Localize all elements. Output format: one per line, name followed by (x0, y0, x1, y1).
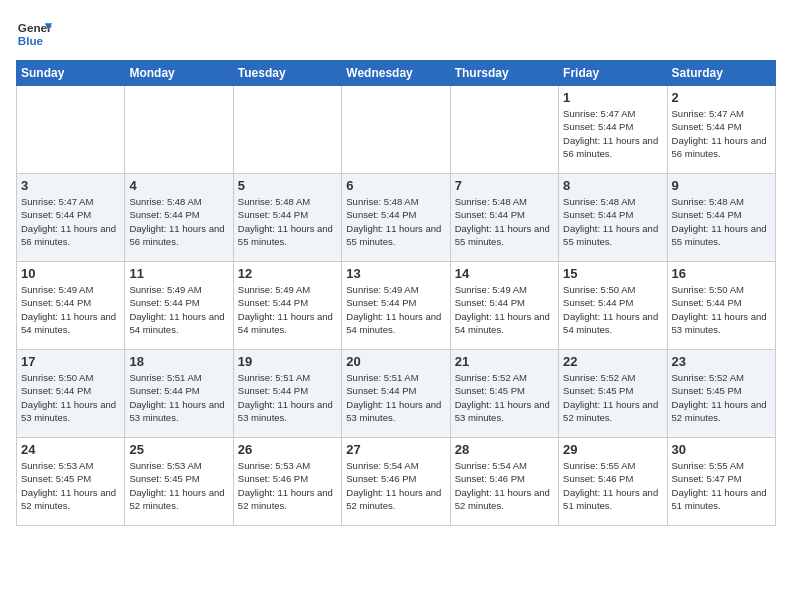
calendar-cell (125, 86, 233, 174)
day-number: 14 (455, 266, 554, 281)
day-number: 9 (672, 178, 771, 193)
day-number: 1 (563, 90, 662, 105)
calendar-table: SundayMondayTuesdayWednesdayThursdayFrid… (16, 60, 776, 526)
day-number: 26 (238, 442, 337, 457)
calendar-cell: 22Sunrise: 5:52 AM Sunset: 5:45 PM Dayli… (559, 350, 667, 438)
day-info: Sunrise: 5:48 AM Sunset: 5:44 PM Dayligh… (238, 195, 337, 248)
day-number: 4 (129, 178, 228, 193)
day-info: Sunrise: 5:49 AM Sunset: 5:44 PM Dayligh… (346, 283, 445, 336)
svg-text:Blue: Blue (18, 34, 44, 47)
calendar-cell: 29Sunrise: 5:55 AM Sunset: 5:46 PM Dayli… (559, 438, 667, 526)
day-info: Sunrise: 5:50 AM Sunset: 5:44 PM Dayligh… (563, 283, 662, 336)
day-number: 15 (563, 266, 662, 281)
day-number: 22 (563, 354, 662, 369)
day-info: Sunrise: 5:52 AM Sunset: 5:45 PM Dayligh… (455, 371, 554, 424)
col-header-friday: Friday (559, 61, 667, 86)
day-info: Sunrise: 5:49 AM Sunset: 5:44 PM Dayligh… (21, 283, 120, 336)
col-header-wednesday: Wednesday (342, 61, 450, 86)
calendar-cell: 11Sunrise: 5:49 AM Sunset: 5:44 PM Dayli… (125, 262, 233, 350)
calendar-cell (342, 86, 450, 174)
day-info: Sunrise: 5:48 AM Sunset: 5:44 PM Dayligh… (563, 195, 662, 248)
day-number: 7 (455, 178, 554, 193)
calendar-cell: 10Sunrise: 5:49 AM Sunset: 5:44 PM Dayli… (17, 262, 125, 350)
day-info: Sunrise: 5:48 AM Sunset: 5:44 PM Dayligh… (455, 195, 554, 248)
day-number: 20 (346, 354, 445, 369)
calendar-cell: 12Sunrise: 5:49 AM Sunset: 5:44 PM Dayli… (233, 262, 341, 350)
calendar-cell: 19Sunrise: 5:51 AM Sunset: 5:44 PM Dayli… (233, 350, 341, 438)
calendar-cell: 1Sunrise: 5:47 AM Sunset: 5:44 PM Daylig… (559, 86, 667, 174)
day-info: Sunrise: 5:48 AM Sunset: 5:44 PM Dayligh… (672, 195, 771, 248)
calendar-cell: 7Sunrise: 5:48 AM Sunset: 5:44 PM Daylig… (450, 174, 558, 262)
day-info: Sunrise: 5:51 AM Sunset: 5:44 PM Dayligh… (238, 371, 337, 424)
svg-text:General: General (18, 21, 52, 34)
day-number: 21 (455, 354, 554, 369)
day-info: Sunrise: 5:53 AM Sunset: 5:46 PM Dayligh… (238, 459, 337, 512)
calendar-cell: 18Sunrise: 5:51 AM Sunset: 5:44 PM Dayli… (125, 350, 233, 438)
col-header-thursday: Thursday (450, 61, 558, 86)
day-number: 29 (563, 442, 662, 457)
col-header-tuesday: Tuesday (233, 61, 341, 86)
day-info: Sunrise: 5:52 AM Sunset: 5:45 PM Dayligh… (563, 371, 662, 424)
day-info: Sunrise: 5:50 AM Sunset: 5:44 PM Dayligh… (21, 371, 120, 424)
day-info: Sunrise: 5:52 AM Sunset: 5:45 PM Dayligh… (672, 371, 771, 424)
calendar-cell: 24Sunrise: 5:53 AM Sunset: 5:45 PM Dayli… (17, 438, 125, 526)
day-number: 27 (346, 442, 445, 457)
day-info: Sunrise: 5:48 AM Sunset: 5:44 PM Dayligh… (346, 195, 445, 248)
day-number: 3 (21, 178, 120, 193)
day-info: Sunrise: 5:55 AM Sunset: 5:46 PM Dayligh… (563, 459, 662, 512)
day-info: Sunrise: 5:54 AM Sunset: 5:46 PM Dayligh… (455, 459, 554, 512)
logo-icon: General Blue (16, 16, 52, 52)
calendar-cell: 17Sunrise: 5:50 AM Sunset: 5:44 PM Dayli… (17, 350, 125, 438)
day-number: 6 (346, 178, 445, 193)
calendar-cell: 25Sunrise: 5:53 AM Sunset: 5:45 PM Dayli… (125, 438, 233, 526)
calendar-cell: 23Sunrise: 5:52 AM Sunset: 5:45 PM Dayli… (667, 350, 775, 438)
day-number: 18 (129, 354, 228, 369)
day-number: 28 (455, 442, 554, 457)
calendar-cell: 20Sunrise: 5:51 AM Sunset: 5:44 PM Dayli… (342, 350, 450, 438)
calendar-cell: 9Sunrise: 5:48 AM Sunset: 5:44 PM Daylig… (667, 174, 775, 262)
day-number: 5 (238, 178, 337, 193)
day-info: Sunrise: 5:49 AM Sunset: 5:44 PM Dayligh… (129, 283, 228, 336)
calendar-cell: 4Sunrise: 5:48 AM Sunset: 5:44 PM Daylig… (125, 174, 233, 262)
day-info: Sunrise: 5:53 AM Sunset: 5:45 PM Dayligh… (129, 459, 228, 512)
col-header-saturday: Saturday (667, 61, 775, 86)
day-info: Sunrise: 5:49 AM Sunset: 5:44 PM Dayligh… (455, 283, 554, 336)
day-number: 11 (129, 266, 228, 281)
day-number: 17 (21, 354, 120, 369)
day-info: Sunrise: 5:48 AM Sunset: 5:44 PM Dayligh… (129, 195, 228, 248)
day-number: 16 (672, 266, 771, 281)
day-info: Sunrise: 5:49 AM Sunset: 5:44 PM Dayligh… (238, 283, 337, 336)
calendar-cell: 8Sunrise: 5:48 AM Sunset: 5:44 PM Daylig… (559, 174, 667, 262)
day-info: Sunrise: 5:54 AM Sunset: 5:46 PM Dayligh… (346, 459, 445, 512)
day-number: 25 (129, 442, 228, 457)
calendar-cell: 5Sunrise: 5:48 AM Sunset: 5:44 PM Daylig… (233, 174, 341, 262)
day-number: 10 (21, 266, 120, 281)
calendar-cell: 28Sunrise: 5:54 AM Sunset: 5:46 PM Dayli… (450, 438, 558, 526)
calendar-cell: 13Sunrise: 5:49 AM Sunset: 5:44 PM Dayli… (342, 262, 450, 350)
calendar-cell: 3Sunrise: 5:47 AM Sunset: 5:44 PM Daylig… (17, 174, 125, 262)
calendar-cell: 6Sunrise: 5:48 AM Sunset: 5:44 PM Daylig… (342, 174, 450, 262)
day-info: Sunrise: 5:55 AM Sunset: 5:47 PM Dayligh… (672, 459, 771, 512)
calendar-cell: 2Sunrise: 5:47 AM Sunset: 5:44 PM Daylig… (667, 86, 775, 174)
day-number: 23 (672, 354, 771, 369)
day-number: 19 (238, 354, 337, 369)
day-info: Sunrise: 5:47 AM Sunset: 5:44 PM Dayligh… (672, 107, 771, 160)
day-number: 2 (672, 90, 771, 105)
day-number: 24 (21, 442, 120, 457)
day-number: 30 (672, 442, 771, 457)
calendar-cell: 21Sunrise: 5:52 AM Sunset: 5:45 PM Dayli… (450, 350, 558, 438)
day-info: Sunrise: 5:47 AM Sunset: 5:44 PM Dayligh… (563, 107, 662, 160)
calendar-cell: 15Sunrise: 5:50 AM Sunset: 5:44 PM Dayli… (559, 262, 667, 350)
day-info: Sunrise: 5:51 AM Sunset: 5:44 PM Dayligh… (346, 371, 445, 424)
calendar-cell: 30Sunrise: 5:55 AM Sunset: 5:47 PM Dayli… (667, 438, 775, 526)
calendar-cell: 27Sunrise: 5:54 AM Sunset: 5:46 PM Dayli… (342, 438, 450, 526)
day-info: Sunrise: 5:53 AM Sunset: 5:45 PM Dayligh… (21, 459, 120, 512)
day-info: Sunrise: 5:47 AM Sunset: 5:44 PM Dayligh… (21, 195, 120, 248)
calendar-cell: 26Sunrise: 5:53 AM Sunset: 5:46 PM Dayli… (233, 438, 341, 526)
day-number: 8 (563, 178, 662, 193)
logo: General Blue (16, 16, 52, 52)
day-number: 12 (238, 266, 337, 281)
day-info: Sunrise: 5:50 AM Sunset: 5:44 PM Dayligh… (672, 283, 771, 336)
calendar-cell (233, 86, 341, 174)
day-number: 13 (346, 266, 445, 281)
